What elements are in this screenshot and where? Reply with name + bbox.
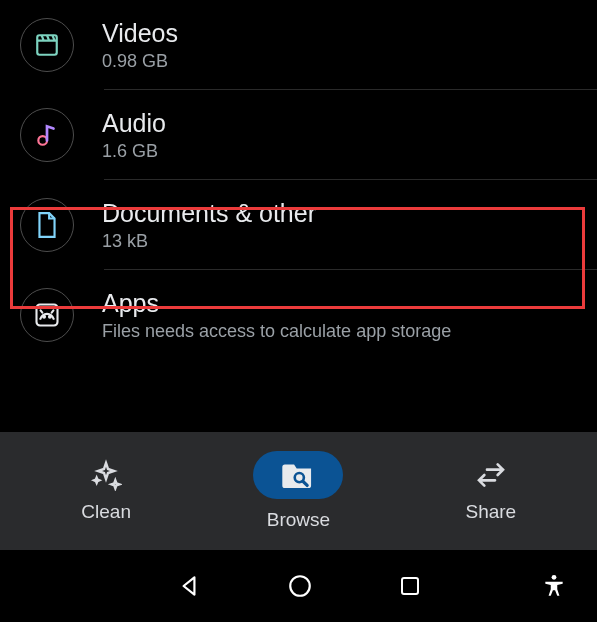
category-title: Videos — [102, 19, 178, 48]
svg-point-8 — [552, 575, 557, 580]
svg-rect-7 — [402, 578, 418, 594]
category-row-apps[interactable]: Apps Files needs access to calculate app… — [0, 270, 597, 360]
swap-icon — [475, 459, 507, 491]
nav-label: Clean — [81, 501, 131, 523]
category-list: Videos 0.98 GB Audio 1.6 GB Documents & … — [0, 0, 597, 360]
android-icon — [20, 288, 74, 342]
bottom-nav: Clean Browse Share — [0, 432, 597, 550]
doc-icon — [20, 198, 74, 252]
clapperboard-icon — [20, 18, 74, 72]
category-title: Apps — [102, 289, 451, 318]
category-size: 0.98 GB — [102, 51, 178, 72]
note-icon — [20, 108, 74, 162]
category-size: 1.6 GB — [102, 141, 166, 162]
nav-clean[interactable]: Clean — [31, 459, 181, 523]
accessibility-button[interactable] — [541, 573, 567, 599]
nav-label: Browse — [267, 509, 330, 531]
category-title: Audio — [102, 109, 166, 138]
svg-rect-2 — [37, 305, 58, 326]
sparkle-icon — [90, 459, 122, 491]
category-sub: Files needs access to calculate app stor… — [102, 321, 451, 342]
nav-label: Share — [465, 501, 516, 523]
svg-point-4 — [49, 316, 51, 318]
back-button[interactable] — [176, 573, 202, 599]
category-row-audio[interactable]: Audio 1.6 GB — [0, 90, 597, 180]
category-row-videos[interactable]: Videos 0.98 GB — [0, 0, 597, 90]
nav-browse[interactable]: Browse — [223, 451, 373, 531]
recents-button[interactable] — [398, 574, 422, 598]
system-nav-bar — [0, 550, 597, 622]
svg-point-6 — [290, 576, 310, 596]
folder-search-icon — [253, 451, 343, 499]
home-button[interactable] — [287, 573, 313, 599]
category-row-documents[interactable]: Documents & other 13 kB — [0, 180, 597, 270]
category-size: 13 kB — [102, 231, 316, 252]
category-title: Documents & other — [102, 199, 316, 228]
svg-point-3 — [43, 316, 45, 318]
nav-share[interactable]: Share — [416, 459, 566, 523]
